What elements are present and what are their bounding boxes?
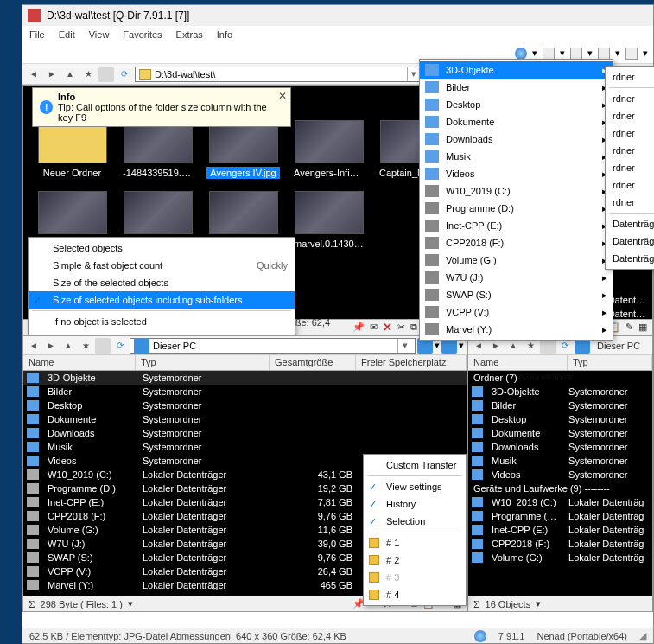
grid-toggle-icon[interactable]: ▦ bbox=[638, 322, 647, 333]
layout-icon-3[interactable] bbox=[598, 48, 610, 60]
menu-item[interactable]: Custom Transfer bbox=[364, 456, 466, 474]
submenu-item[interactable]: rdner bbox=[606, 194, 654, 211]
submenu-item[interactable]: Datenträg bbox=[606, 233, 654, 250]
view-icon[interactable] bbox=[95, 338, 111, 354]
pin-icon[interactable]: 📌 bbox=[352, 322, 365, 333]
refresh-icon[interactable]: ⟳ bbox=[112, 338, 128, 354]
menu-info[interactable]: Info bbox=[217, 29, 232, 40]
menu-favorites[interactable]: Favorites bbox=[123, 29, 162, 40]
globe-icon[interactable] bbox=[515, 48, 527, 60]
cut-icon[interactable]: ✂ bbox=[397, 322, 405, 333]
nav-back-icon[interactable]: ◄ bbox=[26, 67, 41, 82]
fav-item[interactable]: SWAP (S:)▸ bbox=[420, 286, 613, 303]
back-icon[interactable]: ◄ bbox=[26, 338, 41, 354]
mail-icon[interactable]: ✉ bbox=[370, 322, 378, 333]
col-name[interactable]: Name bbox=[23, 355, 136, 370]
submenu-item[interactable]: rdner bbox=[606, 68, 654, 86]
submenu-item[interactable]: rdner bbox=[606, 107, 654, 124]
fav-item[interactable]: W10_2019 (C:)▸ bbox=[420, 182, 613, 200]
up-icon[interactable]: ▲ bbox=[60, 338, 76, 354]
menu-item[interactable]: Selected objects bbox=[29, 239, 295, 257]
thumbnail[interactable]: Avengers IV.jpg bbox=[206, 120, 280, 179]
col-size[interactable]: Gesamtgröße bbox=[270, 355, 356, 370]
fav-item[interactable]: Musik▸ bbox=[420, 148, 613, 165]
list-item[interactable]: DokumenteSystemordner bbox=[468, 426, 652, 440]
fav-item[interactable]: Videos▸ bbox=[420, 165, 613, 182]
delete-icon[interactable]: ✕ bbox=[383, 321, 392, 334]
submenu-item[interactable]: rdner bbox=[606, 90, 654, 107]
list-item[interactable]: Programme (D:)Lokaler Datenträg bbox=[468, 509, 652, 523]
fav-item[interactable]: Inet-CPP (E:)▸ bbox=[420, 217, 613, 234]
list-item[interactable]: Volume (G:)Lokaler Datenträg bbox=[468, 551, 652, 564]
list-item[interactable]: BilderSystemordner bbox=[468, 399, 652, 412]
list-item[interactable]: DesktopSystemordner bbox=[23, 399, 467, 412]
list-item[interactable]: DesktopSystemordner bbox=[468, 412, 652, 426]
thumbnail[interactable]: Neuer Ordner bbox=[35, 120, 109, 179]
fav-item[interactable]: CPP2018 (F:)▸ bbox=[420, 234, 613, 252]
dropdown-icon[interactable]: ▾ bbox=[397, 339, 411, 353]
menu-extras[interactable]: Extras bbox=[176, 29, 203, 40]
fav-item[interactable]: Volume (G:)▸ bbox=[420, 252, 613, 269]
globe-icon[interactable] bbox=[474, 630, 486, 642]
fav-item[interactable]: Desktop▸ bbox=[420, 96, 613, 113]
pane4-pc[interactable]: Dieser PC bbox=[592, 341, 645, 351]
menu-file[interactable]: File bbox=[29, 29, 45, 40]
fav-item[interactable]: 3D-Objekte▸ bbox=[420, 61, 613, 79]
menu-item[interactable]: Simple & fast object countQuickly bbox=[29, 257, 295, 274]
sigma-icon[interactable]: Σ bbox=[29, 597, 35, 611]
tooltip-close-icon[interactable]: ✕ bbox=[278, 90, 287, 102]
menu-item[interactable]: ✓History bbox=[364, 495, 466, 513]
thumbnail[interactable]: marvel.0.14308327... bbox=[292, 191, 365, 250]
list-item[interactable]: DownloadsSystemordner bbox=[23, 426, 467, 440]
list-item[interactable]: 3D-ObjekteSystemordner bbox=[23, 371, 467, 385]
menu-item[interactable]: # 3 bbox=[364, 569, 466, 586]
fav-item[interactable]: VCPP (V:)▸ bbox=[420, 303, 613, 321]
thumbnail[interactable]: -1484339519.jpg bbox=[121, 120, 194, 179]
col-name[interactable]: Name bbox=[468, 355, 568, 370]
layout-icon-4[interactable] bbox=[625, 48, 638, 60]
menu-item[interactable]: ✓View settings bbox=[364, 478, 466, 495]
list-item[interactable]: Inet-CPP (E:)Lokaler Datenträg bbox=[468, 523, 652, 537]
list-item[interactable]: 3D-ObjekteSystemordner bbox=[468, 385, 652, 399]
layout-icon-2[interactable] bbox=[570, 48, 582, 60]
list-item[interactable]: VideosSystemordner bbox=[468, 468, 652, 481]
menu-item[interactable]: ✓Selection bbox=[364, 513, 466, 530]
menu-edit[interactable]: Edit bbox=[59, 29, 75, 40]
fav-item[interactable]: Programme (D:)▸ bbox=[420, 200, 613, 217]
layout-icon-1[interactable] bbox=[543, 48, 555, 60]
submenu-item[interactable]: Datenträg bbox=[606, 215, 654, 233]
pane3-address[interactable]: Dieser PC ▾ bbox=[130, 338, 416, 354]
nav-fwd-icon[interactable]: ► bbox=[44, 67, 60, 82]
list-item[interactable]: BilderSystemordner bbox=[23, 385, 467, 399]
list-item[interactable]: CPP2018 (F:)Lokaler Datenträg bbox=[468, 537, 652, 551]
submenu-item[interactable]: rdner bbox=[606, 176, 654, 194]
list-item[interactable]: DownloadsSystemordner bbox=[468, 440, 652, 454]
menu-item[interactable]: # 4 bbox=[364, 586, 466, 603]
list-item[interactable]: MusikSystemordner bbox=[468, 454, 652, 468]
submenu-item[interactable]: rdner bbox=[606, 124, 654, 142]
star-icon[interactable]: ★ bbox=[80, 67, 96, 82]
submenu-item[interactable]: Datenträg bbox=[606, 250, 654, 267]
star-icon[interactable]: ★ bbox=[78, 338, 93, 354]
fav-item[interactable]: Bilder▸ bbox=[420, 79, 613, 96]
menu-item[interactable]: If no object is selected bbox=[29, 313, 295, 330]
menu-item[interactable]: # 2 bbox=[364, 552, 466, 569]
fav-item[interactable]: Dokumente▸ bbox=[420, 113, 613, 131]
submenu-item[interactable]: rdner bbox=[606, 142, 654, 159]
view-icon[interactable] bbox=[98, 67, 114, 82]
list-item[interactable]: W10_2019 (C:)Lokaler Datenträg bbox=[468, 495, 652, 509]
col-typ[interactable]: Typ bbox=[136, 355, 270, 370]
copy-icon[interactable]: ⧉ bbox=[410, 322, 417, 333]
fav-item[interactable]: Marvel (Y:)▸ bbox=[420, 321, 613, 338]
menu-item[interactable]: Size of the selected objects bbox=[29, 274, 295, 291]
nav-up-icon[interactable]: ▲ bbox=[62, 67, 78, 82]
fwd-icon[interactable]: ► bbox=[43, 338, 59, 354]
edit-icon[interactable]: ✎ bbox=[625, 322, 633, 333]
list-item[interactable]: MusikSystemordner bbox=[23, 440, 467, 454]
submenu-item[interactable]: rdner bbox=[606, 159, 654, 176]
list-item[interactable]: DokumenteSystemordner bbox=[23, 412, 467, 426]
address-bar[interactable]: D:\3d-wal\test\ ▾ bbox=[135, 67, 425, 82]
menu-view[interactable]: View bbox=[89, 29, 110, 40]
resize-grip-icon[interactable]: ◢ bbox=[639, 630, 646, 641]
refresh-icon[interactable]: ⟳ bbox=[117, 67, 132, 82]
